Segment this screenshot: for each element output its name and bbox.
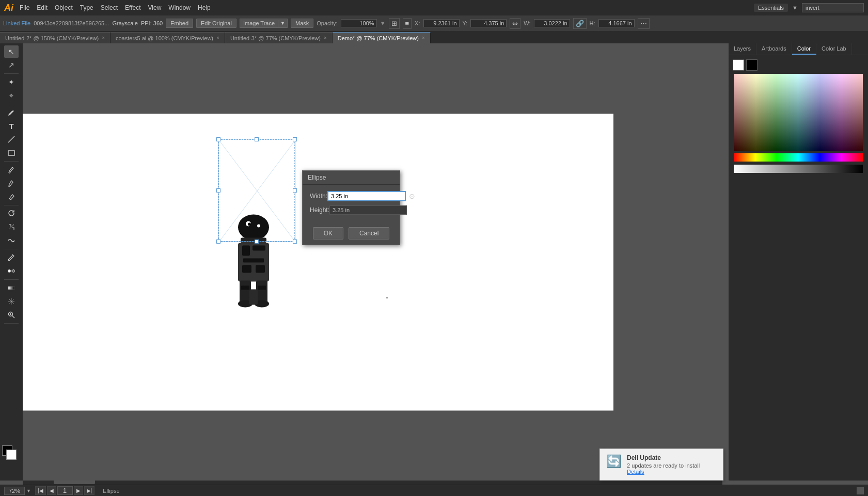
menu-select[interactable]: Select bbox=[101, 4, 118, 11]
cancel-button[interactable]: Cancel bbox=[349, 227, 389, 239]
essentials-dropdown[interactable]: Essentials bbox=[754, 4, 788, 12]
layers-tab[interactable]: Layers bbox=[729, 43, 756, 55]
type-tool[interactable]: T bbox=[4, 120, 19, 132]
height-input[interactable] bbox=[329, 205, 407, 215]
handle-middle-left[interactable] bbox=[216, 188, 220, 193]
rotate-tool[interactable] bbox=[4, 207, 19, 220]
tab-1[interactable]: coasters5.ai @ 100% (CMYK/Preview) × bbox=[111, 32, 225, 43]
tab-2-close[interactable]: × bbox=[324, 35, 327, 41]
image-trace-arrow[interactable]: ▼ bbox=[278, 20, 287, 27]
colormode-label: Grayscale bbox=[112, 20, 138, 26]
mask-button[interactable]: Mask bbox=[291, 19, 313, 28]
pen-tool[interactable] bbox=[4, 106, 19, 119]
menu-view[interactable]: View bbox=[148, 4, 162, 11]
tab-0[interactable]: Untitled-2* @ 150% (CMYK/Preview) × bbox=[0, 32, 111, 43]
h-input[interactable] bbox=[598, 19, 635, 27]
line-tool[interactable] bbox=[4, 133, 19, 146]
title-bar-right: Essentials ▼ bbox=[754, 3, 864, 12]
edit-original-button[interactable]: Edit Original bbox=[196, 19, 236, 28]
mesh-tool[interactable] bbox=[4, 295, 19, 308]
handle-top-left[interactable] bbox=[216, 137, 220, 141]
control-bar: Linked File 00943ce2209813f2e596265... G… bbox=[0, 15, 868, 31]
color-spectrum-bar[interactable] bbox=[734, 153, 863, 162]
tab-3[interactable]: Demo* @ 77% (CMYK/Preview) × bbox=[333, 32, 431, 43]
x-label: X: bbox=[415, 20, 420, 26]
eraser-tool[interactable] bbox=[4, 190, 19, 203]
svg-rect-1 bbox=[8, 151, 14, 155]
handle-middle-right[interactable] bbox=[293, 188, 297, 193]
artboard-number-input[interactable] bbox=[57, 486, 73, 495]
rectangle-tool[interactable] bbox=[4, 147, 19, 159]
search-input[interactable] bbox=[802, 3, 864, 12]
menu-help[interactable]: Help bbox=[198, 4, 211, 11]
link-dimensions-icon[interactable]: ⊙ bbox=[409, 192, 415, 200]
next-artboard-btn[interactable]: ▶ bbox=[74, 486, 83, 495]
opacity-input[interactable] bbox=[341, 19, 377, 27]
menu-type[interactable]: Type bbox=[80, 4, 93, 11]
tab-3-close[interactable]: × bbox=[422, 35, 425, 41]
magic-wand-tool[interactable]: ✦ bbox=[4, 76, 19, 88]
y-input[interactable] bbox=[470, 19, 507, 27]
svg-line-3 bbox=[9, 225, 14, 230]
color-lab-tab[interactable]: Color Lab bbox=[816, 43, 852, 55]
black-swatch[interactable] bbox=[746, 59, 757, 71]
color-tab[interactable]: Color bbox=[792, 43, 816, 55]
image-trace-button[interactable]: Image Trace ▼ bbox=[240, 19, 288, 28]
selection-tool[interactable]: ↖ bbox=[4, 45, 19, 58]
ok-button[interactable]: OK bbox=[313, 227, 343, 239]
handle-bottom-left[interactable] bbox=[216, 239, 220, 244]
x-input[interactable] bbox=[423, 19, 460, 27]
more-icon[interactable]: ⋯ bbox=[638, 18, 650, 29]
color-swatches-bottom bbox=[2, 445, 17, 460]
svg-rect-23 bbox=[256, 265, 265, 273]
scale-tool[interactable] bbox=[4, 221, 19, 233]
linked-file-label[interactable]: Linked File bbox=[3, 20, 30, 26]
pencil-tool[interactable] bbox=[4, 177, 19, 189]
menu-edit[interactable]: Edit bbox=[37, 4, 48, 11]
handle-bottom-right[interactable] bbox=[293, 239, 297, 244]
proportional-icon[interactable]: ⇔ bbox=[510, 18, 520, 29]
menu-file[interactable]: File bbox=[20, 4, 29, 11]
menu-object[interactable]: Object bbox=[55, 4, 73, 11]
first-artboard-btn[interactable]: |◀ bbox=[35, 486, 46, 495]
handle-top-right[interactable] bbox=[293, 137, 297, 141]
dialog-buttons: OK Cancel bbox=[303, 227, 400, 245]
tab-0-close[interactable]: × bbox=[102, 35, 105, 41]
tab-1-close[interactable]: × bbox=[216, 35, 219, 41]
tab-2[interactable]: Untitled-3* @ 77% (CMYK/Preview) × bbox=[225, 32, 333, 43]
width-input[interactable] bbox=[327, 191, 406, 201]
menu-effect[interactable]: Effect bbox=[125, 4, 140, 11]
direct-selection-tool[interactable]: ↗ bbox=[4, 59, 19, 71]
handle-top-center[interactable] bbox=[255, 137, 259, 141]
handle-bottom-center[interactable] bbox=[255, 239, 259, 244]
gradient-tool[interactable] bbox=[4, 282, 19, 294]
artboards-tab[interactable]: Artboards bbox=[756, 43, 792, 55]
eyedropper-tool[interactable] bbox=[4, 251, 19, 264]
paintbrush-tool[interactable] bbox=[4, 164, 19, 176]
zoom-tool[interactable] bbox=[4, 309, 19, 321]
dell-details-link[interactable]: Details bbox=[627, 469, 717, 475]
blend-tool[interactable] bbox=[4, 265, 19, 277]
background-swatch[interactable] bbox=[6, 450, 17, 460]
last-artboard-btn[interactable]: ▶| bbox=[84, 486, 95, 495]
nav-buttons: |◀ ◀ ▶ ▶| bbox=[35, 486, 94, 495]
menu-window[interactable]: Window bbox=[168, 4, 191, 11]
link-wh-icon[interactable]: 🔗 bbox=[573, 18, 587, 29]
lasso-tool[interactable]: ⌖ bbox=[4, 89, 19, 102]
bw-gradient-bar[interactable] bbox=[734, 165, 863, 173]
embed-button[interactable]: Embed bbox=[166, 19, 193, 28]
white-swatch[interactable] bbox=[733, 59, 744, 71]
dell-title: Dell Update bbox=[627, 454, 717, 461]
align-icon[interactable]: ≡ bbox=[403, 18, 412, 29]
warp-tool[interactable] bbox=[4, 234, 19, 247]
title-bar: Ai File Edit Object Type Select Effect V… bbox=[0, 0, 868, 15]
prev-artboard-btn[interactable]: ◀ bbox=[47, 486, 56, 495]
tabs-bar: Untitled-2* @ 150% (CMYK/Preview) × coas… bbox=[0, 31, 868, 43]
toolbar-separator-6 bbox=[4, 279, 19, 280]
w-input[interactable] bbox=[534, 19, 570, 27]
transform-icon[interactable]: ⊞ bbox=[389, 18, 400, 29]
zoom-input[interactable] bbox=[4, 487, 25, 495]
ellipse-dialog: Ellipse Width: ⊙ Height: OK Cancel bbox=[302, 170, 400, 245]
color-picker-gradient[interactable] bbox=[734, 74, 863, 151]
color-panel bbox=[729, 55, 868, 481]
